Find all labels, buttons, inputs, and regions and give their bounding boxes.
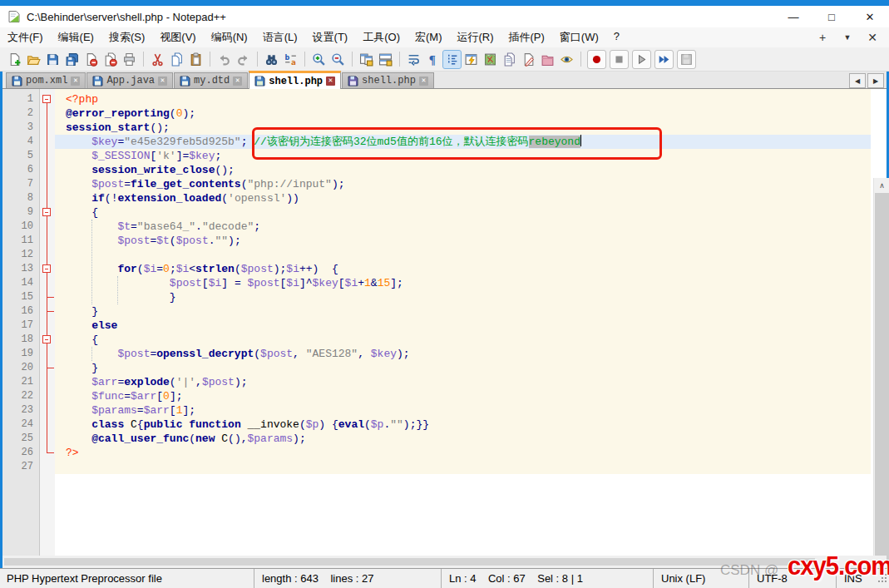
menu-item-w[interactable]: 窗口(W) [552,27,606,47]
token-op: + [358,277,364,289]
close-all-button[interactable] [101,51,119,68]
save-file-button[interactable] [44,51,62,68]
replace-button[interactable]: ba [282,51,299,68]
menu-item-t[interactable]: 设置(T) [305,27,356,47]
line-number: 25 [3,432,33,446]
tab-list-button[interactable]: ▼ [841,33,854,42]
fold-collapse-icon[interactable] [42,208,51,216]
token-op: ( [170,107,176,120]
menu-item-n[interactable]: 编码(N) [204,27,255,47]
token-op: ]; [182,404,195,417]
macro-save-button[interactable] [678,51,695,68]
scroll-up-icon[interactable]: ∧ [874,178,889,192]
cut-button[interactable] [149,51,166,68]
folder-workspace-button[interactable] [539,51,556,68]
tab-close-icon[interactable]: ✕ [326,77,335,86]
zoom-in-button[interactable] [310,51,328,68]
undo-button[interactable] [215,51,233,68]
sync-vertical-button[interactable] [358,51,375,68]
token-def [66,319,91,332]
menu-bar: 文件(F)编辑(E)搜索(S)视图(V)编码(N)语言(L)设置(T)工具(O)… [0,27,889,47]
document-map-button[interactable] [482,51,499,68]
token-def [241,277,248,289]
tab-close-icon[interactable]: ✕ [419,77,428,86]
document-list-button[interactable] [501,51,518,68]
code-text-area[interactable]: <?php@error_reporting(0);session_start()… [55,89,871,556]
menu-item-v[interactable]: 视图(V) [152,27,203,47]
save-all-button[interactable] [63,51,81,68]
print-button[interactable] [121,51,138,68]
open-file-button[interactable] [25,51,42,68]
menu-item-r[interactable]: 运行(R) [449,27,501,47]
minimize-button[interactable]: — [781,7,806,26]
word-wrap-button[interactable] [405,51,422,68]
vertical-scrollbar-thumb[interactable] [875,193,889,586]
fold-collapse-icon[interactable] [42,264,51,273]
function-list-icon [464,52,478,67]
sync-horizontal-button[interactable] [377,51,394,68]
copy-button[interactable] [168,51,185,68]
fold-collapse-icon[interactable] [42,335,51,343]
tab-close-icon[interactable]: ✕ [71,77,80,86]
document-edit-button[interactable] [520,51,537,68]
tab-label: App.java [106,75,155,86]
new-file-button[interactable] [6,51,23,68]
token-op: ]; [390,277,403,289]
menu-item-?[interactable]: ? [606,27,627,47]
redo-button[interactable] [235,51,252,68]
close-tab-button[interactable]: ✕ [866,31,879,44]
macro-run-multiple-button[interactable] [655,51,673,68]
token-kw: new [195,432,215,445]
tab-pom-xml-0[interactable]: pom.xml✕ [6,72,86,88]
find-button[interactable] [263,51,280,68]
tab-close-icon[interactable]: ✕ [233,77,242,86]
paste-button[interactable] [187,51,205,68]
horizontal-scrollbar-thumb[interactable] [4,558,815,566]
token-kw: function [189,418,240,431]
token-var: $i [286,277,299,289]
token-var: $post [91,178,124,190]
tab-scroll-right-icon[interactable]: ▶ [867,73,884,88]
new-tab-button[interactable]: + [816,31,829,44]
menu-item-s[interactable]: 搜索(S) [101,27,152,47]
menu-item-e[interactable]: 编辑(E) [51,27,101,47]
token-op: = [235,277,241,289]
maximize-button[interactable]: □ [819,7,844,26]
word-wrap-icon [407,52,421,67]
tab-scroll-left-icon[interactable]: ◀ [849,73,866,88]
tab-shell-php-3[interactable]: shell.php✕ [249,71,341,89]
fold-collapse-icon[interactable] [42,95,51,103]
new-file-icon [7,52,22,67]
token-str: "base64_" [137,220,195,233]
file-monitoring-button[interactable] [558,51,575,68]
menu-item-o[interactable]: 工具(O) [355,27,407,47]
macro-play-button[interactable] [633,51,650,68]
macro-record-button[interactable] [588,51,605,68]
code-line-10: $t="base64_"."decode"; [66,220,260,234]
tab-close-icon[interactable]: ✕ [158,77,167,86]
macro-stop-button[interactable] [610,51,628,68]
close-file-button[interactable] [82,51,100,68]
function-list-button[interactable] [462,51,480,68]
zoom-out-icon [331,52,345,67]
token-op: , [293,348,299,360]
token-tag: ?> [66,447,79,459]
zoom-out-button[interactable] [329,51,347,68]
code-line-22: $func=$arr[0]; [66,389,183,403]
menu-item-f[interactable]: 文件(F) [0,27,51,47]
token-op: & [371,277,378,289]
close-button[interactable]: ✕ [857,7,882,26]
indent-guide-button[interactable] [443,51,461,68]
token-def [319,263,332,275]
tab-shell-php-4[interactable]: shell.php✕ [342,72,434,88]
menu-item-p[interactable]: 插件(P) [501,27,552,47]
menu-item-m[interactable]: 宏(M) [407,27,450,47]
find-icon [264,52,279,67]
token-str: "" [390,418,403,431]
vertical-scrollbar[interactable]: ∧ ∨ [873,178,889,588]
token-op: (); [215,164,234,176]
show-all-characters-button[interactable]: ¶ [424,51,442,68]
tab-App-java-1[interactable]: App.java✕ [86,72,173,88]
menu-item-l[interactable]: 语言(L) [255,27,305,47]
tab-my-dtd-2[interactable]: my.dtd✕ [174,72,248,88]
